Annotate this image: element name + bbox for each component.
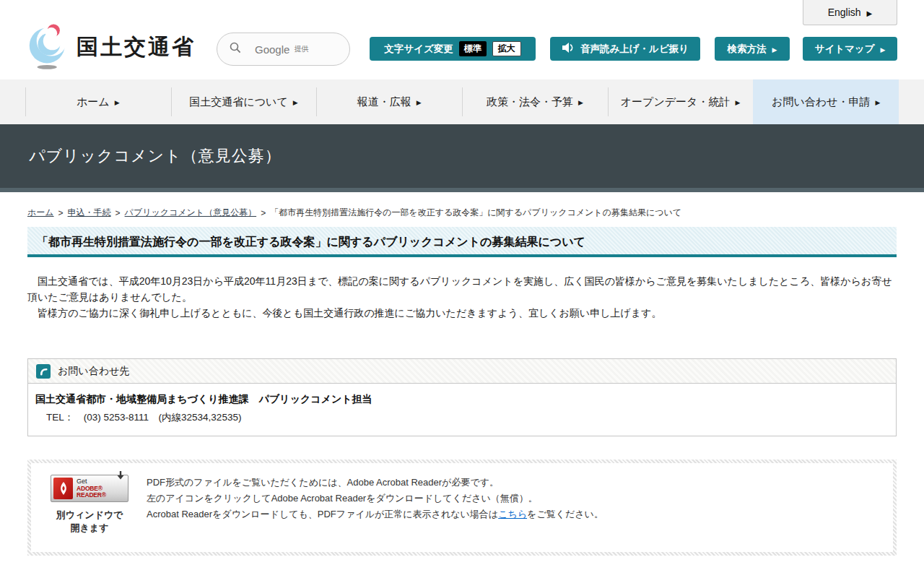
search-input[interactable]: Google 提供 bbox=[217, 33, 350, 66]
english-button[interactable]: English ▶ bbox=[803, 0, 897, 25]
nav-item-label: ホーム bbox=[77, 95, 110, 109]
speech-reading-label: 音声読み上げ・ルビ振り bbox=[580, 43, 689, 56]
nav-item-label: 国土交通省について bbox=[189, 95, 287, 109]
nav-item-label: 報道・広報 bbox=[357, 95, 411, 109]
nav-item-policy[interactable]: 政策・法令・予算 ▶ bbox=[462, 79, 608, 124]
header-buttons: 文字サイズ変更 標準 拡大 音声読み上げ・ルビ振り 検索方法 ▶ サイトマップ … bbox=[370, 37, 897, 61]
chevron-right-icon: ▶ bbox=[735, 99, 740, 106]
chevron-right-icon: ▶ bbox=[293, 99, 298, 106]
article-heading: 「都市再生特別措置法施行令の一部を改正する政令案」に関するパブリックコメントの募… bbox=[27, 227, 897, 257]
main-content: ホーム > 申込・手続 > パブリックコメント（意見公募） > 「都市再生特別措… bbox=[0, 197, 924, 556]
nav-item-label: 政策・法令・予算 bbox=[487, 95, 573, 109]
adobe-badge-column: Get ADOBE® READER® 別ウィンドウで 開きます bbox=[43, 473, 136, 535]
adobe-reader-label: ADOBE® READER® bbox=[77, 486, 128, 499]
article-paragraph: 国土交通省では、平成20年10月23日から平成20年11月23日まで、標記の案に… bbox=[27, 273, 897, 305]
site-name: 国土交通省 bbox=[77, 33, 196, 62]
contact-box: お問い合わせ先 国土交通省都市・地域整備局まちづくり推進課 パブリックコメント担… bbox=[27, 358, 897, 436]
pdf-notice-line: PDF形式のファイルをご覧いただくためには、Adobe Acrobat Read… bbox=[147, 475, 603, 491]
contact-box-body: 国土交通省都市・地域整備局まちづくり推進課 パブリックコメント担当 TEL： (… bbox=[28, 384, 896, 436]
search-icon bbox=[229, 41, 242, 57]
sitemap-label: サイトマップ bbox=[815, 43, 875, 56]
nav-item-contact[interactable]: お問い合わせ・申請 ▶ bbox=[753, 79, 899, 124]
site-logo[interactable]: 国土交通省 bbox=[27, 20, 196, 74]
pdf-notice-box: Get ADOBE® READER® 別ウィンドウで 開きます bbox=[27, 460, 897, 556]
nav-item-label: オープンデータ・統計 bbox=[621, 95, 731, 109]
chevron-right-icon: ▶ bbox=[772, 46, 777, 53]
chevron-right-icon: ▶ bbox=[115, 99, 120, 106]
breadcrumb-current: 「都市再生特別措置法施行令の一部を改正する政令案」に関するパブリックコメントの募… bbox=[270, 207, 681, 219]
font-size-button[interactable]: 文字サイズ変更 標準 拡大 bbox=[370, 37, 536, 61]
nav-item-home[interactable]: ホーム ▶ bbox=[25, 79, 171, 124]
contact-department: 国土交通省都市・地域整備局まちづくり推進課 パブリックコメント担当 bbox=[35, 393, 889, 406]
pdf-notice-text: PDF形式のファイルをご覧いただくためには、Adobe Acrobat Read… bbox=[147, 473, 603, 535]
breadcrumb-link-home[interactable]: ホーム bbox=[27, 207, 54, 219]
get-adobe-reader-button[interactable]: Get ADOBE® READER® bbox=[51, 475, 128, 502]
chevron-right-icon: ▶ bbox=[578, 99, 583, 106]
opens-new-window-line: 開きます bbox=[43, 522, 136, 535]
opens-new-window-note: 別ウィンドウで 開きます bbox=[43, 509, 136, 535]
breadcrumb: ホーム > 申込・手続 > パブリックコメント（意見公募） > 「都市再生特別措… bbox=[27, 207, 897, 219]
adobe-pdf-icon bbox=[53, 478, 73, 499]
article-paragraph: 皆様方のご協力に深く御礼申し上げるとともに、今後とも国土交通行政の推進にご協力い… bbox=[27, 305, 897, 321]
page-title-band: パブリックコメント（意見公募） bbox=[0, 124, 924, 192]
site-header: 国土交通省 Google 提供 文字サイズ変更 標準 拡大 音声読み上げ・ルビ振… bbox=[0, 0, 924, 79]
chevron-right-icon: ▶ bbox=[875, 99, 880, 106]
contact-box-header: お問い合わせ先 bbox=[28, 359, 896, 384]
nav-item-opendata[interactable]: オープンデータ・統計 ▶ bbox=[608, 79, 754, 124]
chevron-right-icon: ▶ bbox=[417, 99, 422, 106]
chevron-right-icon: ▶ bbox=[880, 46, 885, 53]
breadcrumb-link-public-comment[interactable]: パブリックコメント（意見公募） bbox=[125, 207, 257, 219]
sitemap-button[interactable]: サイトマップ ▶ bbox=[803, 37, 897, 61]
search-method-button[interactable]: 検索方法 ▶ bbox=[715, 37, 790, 61]
mlit-logo-icon bbox=[27, 20, 69, 74]
font-size-standard-button[interactable]: 標準 bbox=[459, 41, 487, 56]
pdf-notice-line-part: Acrobat Readerをダウンロードしても、PDFファイルが正常に表示され… bbox=[147, 509, 498, 519]
download-arrow-icon bbox=[116, 470, 126, 483]
contact-header-label: お問い合わせ先 bbox=[58, 365, 129, 378]
kochira-link[interactable]: こちら bbox=[498, 509, 527, 519]
breadcrumb-separator: > bbox=[261, 208, 266, 218]
search-placeholder: Google bbox=[255, 43, 289, 56]
pdf-notice-line: Acrobat Readerをダウンロードしても、PDFファイルが正常に表示され… bbox=[147, 506, 603, 522]
english-label: English bbox=[828, 7, 861, 18]
phone-icon bbox=[36, 364, 51, 379]
nav-item-press[interactable]: 報道・広報 ▶ bbox=[316, 79, 462, 124]
page-title: パブリックコメント（意見公募） bbox=[29, 145, 282, 167]
speaker-icon bbox=[562, 42, 575, 56]
breadcrumb-separator: > bbox=[116, 208, 121, 218]
search-method-label: 検索方法 bbox=[728, 43, 767, 56]
pdf-notice-line-part: をご覧ください。 bbox=[527, 509, 603, 519]
nav-item-about[interactable]: 国土交通省について ▶ bbox=[171, 79, 317, 124]
chevron-right-icon: ▶ bbox=[867, 9, 873, 17]
breadcrumb-link-applications[interactable]: 申込・手続 bbox=[68, 207, 111, 219]
article-body: 国土交通省では、平成20年10月23日から平成20年11月23日まで、標記の案に… bbox=[27, 273, 897, 321]
global-nav-items: ホーム ▶ 国土交通省について ▶ 報道・広報 ▶ 政策・法令・予算 ▶ オープ… bbox=[25, 79, 899, 124]
search-provided-label: 提供 bbox=[294, 44, 308, 54]
opens-new-window-line: 別ウィンドウで bbox=[43, 509, 136, 522]
pdf-notice-inner: Get ADOBE® READER® 別ウィンドウで 開きます bbox=[31, 463, 893, 552]
breadcrumb-separator: > bbox=[58, 208, 64, 218]
font-size-large-button[interactable]: 拡大 bbox=[492, 41, 521, 56]
nav-item-label: お問い合わせ・申請 bbox=[772, 95, 870, 109]
contact-telephone: TEL： (03) 5253-8111 (内線32534,32535) bbox=[35, 411, 889, 424]
speech-reading-button[interactable]: 音声読み上げ・ルビ振り bbox=[550, 37, 700, 61]
font-size-label: 文字サイズ変更 bbox=[384, 43, 453, 56]
pdf-notice-line: 左のアイコンをクリックしてAdobe Acrobat Readerをダウンロード… bbox=[147, 491, 603, 506]
global-nav: ホーム ▶ 国土交通省について ▶ 報道・広報 ▶ 政策・法令・予算 ▶ オープ… bbox=[0, 79, 924, 124]
